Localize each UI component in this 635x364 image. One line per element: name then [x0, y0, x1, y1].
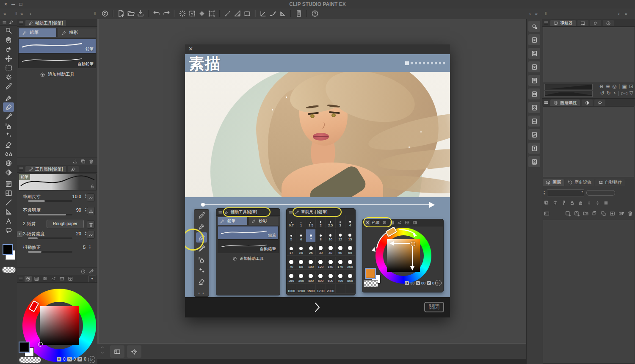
zoom-slider[interactable] — [544, 84, 593, 90]
subtool-item-pencil[interactable]: 鉛筆 — [18, 39, 96, 53]
collapse-subtool-icon[interactable]: « — [20, 8, 23, 19]
brush-size-17[interactable]: 17 — [287, 243, 296, 256]
dialog-tool-decoration[interactable] — [196, 265, 207, 276]
brush-size-150[interactable]: 150 — [326, 257, 336, 270]
delete-subtool-icon[interactable] — [88, 159, 94, 164]
subtool-panel-tab[interactable]: 輔助工具[鉛筆] — [25, 20, 66, 26]
tab-intermediate-color[interactable] — [58, 276, 66, 282]
panel-grip[interactable]: ‖ — [15, 8, 17, 19]
expand-far-right-icon[interactable]: » — [625, 8, 627, 19]
dialog-subtool-tab-pencil[interactable]: 鉛筆 — [217, 217, 248, 225]
scroll-down-icon[interactable] — [100, 351, 105, 355]
brush-size-7[interactable]: 7 — [306, 229, 316, 242]
color-menu-icon[interactable] — [18, 276, 23, 281]
tab-layer[interactable]: 圖層 — [543, 179, 564, 186]
dialog-close-icon[interactable]: ✕ — [188, 46, 193, 52]
tab-color-mixing[interactable] — [67, 276, 74, 282]
sv-marker[interactable] — [38, 342, 43, 347]
vertical-scrollbar[interactable] — [97, 19, 99, 344]
material-file-window-button[interactable] — [528, 88, 540, 99]
subtool-tab-pencil[interactable]: 鉛筆 — [18, 28, 57, 37]
material-file-image-button[interactable] — [528, 48, 540, 59]
spinner-icon[interactable]: ▴▾ — [89, 244, 91, 249]
brush-size-8[interactable]: 8 — [316, 229, 326, 242]
new-raster-layer-icon[interactable] — [565, 210, 571, 217]
reference-layer-icon[interactable] — [552, 200, 558, 206]
reselect-icon[interactable] — [188, 9, 196, 18]
toolprop-menu-icon[interactable] — [19, 166, 24, 171]
transfer-down-icon[interactable] — [591, 210, 598, 217]
expand-icon[interactable]: + — [17, 232, 22, 237]
fit-to-window-icon[interactable]: ▣ — [622, 83, 627, 89]
brush-size-40[interactable]: 40 — [326, 243, 336, 256]
dialog-color-history-button[interactable]: ▷ — [435, 280, 442, 286]
brush-size-2[interactable]: 2 — [316, 215, 326, 228]
brush-size-50[interactable]: 50 — [336, 243, 345, 256]
new-layer-settings-icon[interactable] — [574, 210, 580, 217]
material-file-x-button[interactable] — [528, 34, 540, 45]
close-button[interactable]: 關閉 — [424, 302, 444, 312]
tab-color-set[interactable] — [33, 276, 40, 282]
subtool-item-auto-pencil[interactable]: 自動鉛筆 — [18, 53, 96, 68]
tool-zoom[interactable] — [3, 26, 14, 35]
zoom-reset-icon[interactable]: ◎ — [612, 83, 616, 89]
scroll-up-icon[interactable] — [100, 345, 105, 349]
add-subtool-button[interactable]: 追加輔助工具 — [17, 68, 97, 81]
tab-color-slider[interactable] — [41, 276, 49, 282]
brush-size-slider[interactable]: 筆刷尺寸 10.0 ▴▾ — [20, 194, 95, 207]
tablet-panel-icon[interactable] — [295, 9, 303, 18]
brush-size-1200[interactable]: 1200 — [296, 284, 306, 294]
delete-texture-button[interactable] — [87, 221, 95, 229]
dialog-transparent-swatch[interactable] — [364, 280, 378, 287]
tool-blend[interactable] — [3, 149, 14, 158]
tool-selection[interactable] — [3, 63, 14, 72]
material-file-person-button[interactable] — [528, 156, 540, 167]
import-subtool-icon[interactable] — [72, 159, 78, 164]
flip-horizontal-icon[interactable]: ▷◁ — [621, 90, 627, 96]
lock-alpha-icon[interactable] — [577, 200, 584, 206]
spinner-icon[interactable]: ▴▾ — [85, 193, 86, 199]
zoom-in-icon[interactable]: ⊕ — [606, 83, 610, 89]
draft-layer-icon[interactable] — [560, 200, 567, 206]
information-tab[interactable] — [603, 20, 614, 26]
layer-mask-icon[interactable] — [609, 210, 616, 217]
lock-layer-icon[interactable] — [569, 200, 575, 206]
invert-selection-icon[interactable] — [198, 9, 206, 18]
tool-ruler[interactable] — [3, 207, 14, 216]
rotate-slider[interactable] — [544, 91, 593, 97]
brush-size-20[interactable]: 20 — [296, 243, 306, 256]
tool-brush[interactable] — [3, 112, 14, 121]
tool-pen[interactable] — [3, 93, 14, 102]
subtool-menu-icon[interactable] — [19, 20, 24, 25]
tool-eyedropper[interactable] — [3, 82, 14, 91]
brush-size-25[interactable]: 25 — [306, 243, 316, 256]
brush-size-120[interactable]: 120 — [316, 257, 326, 270]
ruler-curve-icon[interactable] — [269, 9, 277, 18]
brush-size-200[interactable]: 200 — [345, 257, 355, 270]
layerprop-menu-icon[interactable] — [544, 100, 549, 105]
toolbar-menu-icon[interactable] — [2, 20, 7, 25]
redo-icon[interactable] — [162, 9, 171, 18]
transform-selection-icon[interactable] — [207, 9, 216, 18]
size-dynamics-button[interactable] — [87, 193, 95, 201]
main-color-swatch[interactable] — [19, 342, 29, 352]
tool-eraser[interactable] — [3, 140, 14, 149]
brush-size-500[interactable]: 500 — [316, 271, 326, 284]
item-bank-tab[interactable] — [590, 20, 601, 26]
delete-layer-icon[interactable] — [627, 210, 633, 217]
rotate-left-icon[interactable]: ↺ — [600, 90, 604, 96]
brush-size-800[interactable]: 800 — [345, 271, 355, 284]
brush-size-60[interactable]: 60 — [345, 243, 355, 256]
spinner-icon[interactable] — [586, 200, 592, 206]
material-file-edit-button[interactable] — [528, 129, 540, 140]
lock-icon[interactable] — [89, 184, 95, 189]
opacity-dynamics-button[interactable] — [87, 207, 95, 215]
brush-size-5[interactable]: 5 — [287, 229, 296, 242]
dialog-tool-eraser[interactable] — [196, 276, 207, 287]
new-canvas-icon[interactable] — [117, 9, 125, 18]
tab-auto-action[interactable]: 自動動作 — [595, 179, 625, 186]
layer-color-icon[interactable] — [618, 210, 624, 217]
tab-color-wheel[interactable] — [25, 276, 32, 282]
brush-size-70[interactable]: 70 — [287, 257, 296, 270]
dialog-tool-eyedropper[interactable] — [196, 210, 207, 221]
